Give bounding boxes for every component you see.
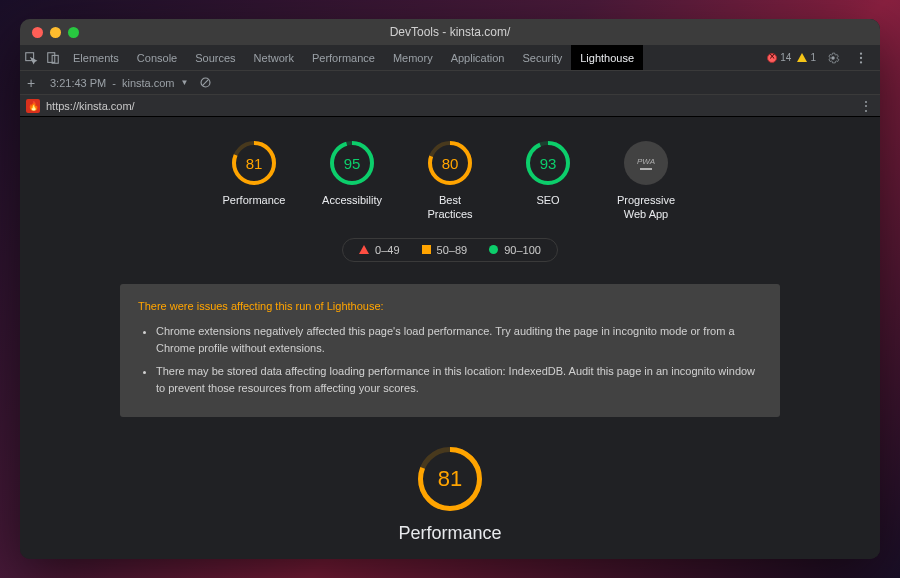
score-legend: 0–4950–8990–100	[342, 238, 558, 262]
minimize-window-button[interactable]	[50, 27, 61, 38]
url-bar: 🔥 https://kinsta.com/ ⋮	[20, 95, 880, 117]
more-icon[interactable]	[850, 51, 872, 65]
gauge-best-practices[interactable]: 80 Best Practices	[415, 141, 485, 222]
panel-tab-performance[interactable]: Performance	[303, 45, 384, 70]
legend-item: 50–89	[422, 244, 468, 256]
score-value: 81	[232, 141, 276, 185]
score-label: Progressive Web App	[617, 193, 675, 222]
score-label: SEO	[536, 193, 559, 207]
panel-tab-elements[interactable]: Elements	[64, 45, 128, 70]
pwa-ring: PWA	[624, 141, 668, 185]
category-gauge-performance: 81 Performance	[398, 447, 501, 544]
warnings-box: There were issues affecting this run of …	[120, 284, 780, 417]
site-favicon: 🔥	[26, 99, 40, 113]
titlebar: DevTools - kinsta.com/	[20, 19, 880, 45]
gauge-accessibility[interactable]: 95 Accessibility	[317, 141, 387, 222]
score-value: 95	[330, 141, 374, 185]
panel-tab-security[interactable]: Security	[513, 45, 571, 70]
score-ring: 93	[526, 141, 570, 185]
panel-tabs: ElementsConsoleSourcesNetworkPerformance…	[64, 45, 643, 70]
maximize-window-button[interactable]	[68, 27, 79, 38]
score-ring: 81	[232, 141, 276, 185]
settings-icon[interactable]	[822, 51, 844, 65]
chevron-down-icon: ▼	[181, 78, 189, 87]
legend-range: 90–100	[504, 244, 541, 256]
big-score-label: Performance	[398, 523, 501, 544]
panel-toolbar: ElementsConsoleSourcesNetworkPerformance…	[20, 45, 880, 71]
svg-line-7	[202, 79, 208, 85]
gauge-performance[interactable]: 81 Performance	[219, 141, 289, 222]
inspect-element-icon[interactable]	[20, 51, 42, 65]
traffic-lights	[20, 27, 79, 38]
warnings-badge[interactable]: 1	[797, 52, 816, 63]
device-toolbar-icon[interactable]	[42, 51, 64, 65]
warn-count: 1	[810, 52, 816, 63]
panel-tab-application[interactable]: Application	[442, 45, 514, 70]
pwa-text: PWA	[637, 157, 655, 166]
report-content: 81 Performance 95 Accessibility 80 Best …	[20, 117, 880, 559]
score-label: Accessibility	[322, 193, 382, 207]
warnings-title: There were issues affecting this run of …	[138, 298, 762, 315]
panel-tab-lighthouse[interactable]: Lighthouse	[571, 45, 643, 70]
clear-icon[interactable]	[196, 74, 214, 92]
legend-item: 0–49	[359, 244, 399, 256]
window-title: DevTools - kinsta.com/	[20, 25, 880, 39]
svg-point-3	[860, 52, 862, 54]
svg-rect-1	[48, 52, 55, 62]
score-label: Best Practices	[427, 193, 472, 222]
report-timestamp: 3:21:43 PM	[50, 77, 106, 89]
legend-range: 50–89	[437, 244, 468, 256]
report-menu-icon[interactable]: ⋮	[851, 98, 880, 114]
url-text: https://kinsta.com/	[46, 100, 135, 112]
panel-tab-console[interactable]: Console	[128, 45, 186, 70]
legend-range: 0–49	[375, 244, 399, 256]
score-value: 80	[428, 141, 472, 185]
error-icon	[767, 53, 777, 63]
score-label: Performance	[223, 193, 286, 207]
devtools-window: DevTools - kinsta.com/ ElementsConsoleSo…	[20, 19, 880, 559]
warning-item: Chrome extensions negatively affected th…	[156, 323, 762, 357]
report-site: kinsta.com	[122, 77, 175, 89]
square-icon	[422, 245, 431, 254]
svg-point-5	[860, 61, 862, 63]
warning-icon	[797, 53, 807, 62]
gauge-pwa[interactable]: PWA Progressive Web App	[611, 141, 681, 222]
circle-icon	[489, 245, 498, 254]
score-gauges: 81 Performance 95 Accessibility 80 Best …	[219, 141, 681, 222]
errors-badge[interactable]: 14	[767, 52, 791, 63]
panel-tab-sources[interactable]: Sources	[186, 45, 244, 70]
report-history-item[interactable]: 3:21:43 PM - kinsta.com ▼	[42, 77, 196, 89]
close-window-button[interactable]	[32, 27, 43, 38]
gauge-seo[interactable]: 93 SEO	[513, 141, 583, 222]
panel-tab-memory[interactable]: Memory	[384, 45, 442, 70]
error-count: 14	[780, 52, 791, 63]
big-score-ring: 81	[418, 447, 482, 511]
big-score-value: 81	[418, 447, 482, 511]
triangle-icon	[359, 245, 369, 254]
score-ring: 80	[428, 141, 472, 185]
warnings-list: Chrome extensions negatively affected th…	[138, 323, 762, 397]
warning-item: There may be stored data affecting loadi…	[156, 363, 762, 397]
svg-point-4	[860, 56, 862, 58]
panel-tab-network[interactable]: Network	[245, 45, 303, 70]
lighthouse-toolbar: + 3:21:43 PM - kinsta.com ▼	[20, 71, 880, 95]
score-ring: 95	[330, 141, 374, 185]
legend-item: 90–100	[489, 244, 541, 256]
new-report-button[interactable]: +	[20, 75, 42, 91]
score-value: 93	[526, 141, 570, 185]
